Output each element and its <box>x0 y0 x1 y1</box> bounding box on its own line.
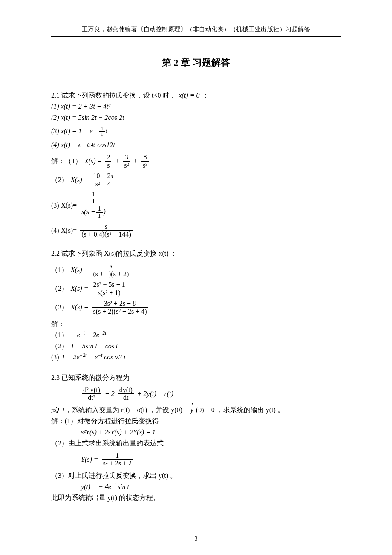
p21-item4a: (4) x(t) = e <box>51 140 81 150</box>
p23-sol1-eq: s²Y(s) + 2sY(s) + 2Y(s) = 1 <box>81 427 156 437</box>
p22-i1-den: (s + 1)(s + 2) <box>92 270 130 278</box>
p21-sol1-f2n: 3 <box>123 153 130 162</box>
p23-sol2-label: （2）由上式求出系统输出量的表达式 <box>51 438 164 448</box>
p22-a1-label: （1） <box>51 330 68 340</box>
p22-i1-num: s <box>92 262 130 270</box>
p21-item4b: cos12t <box>97 140 115 150</box>
p22-a2-label: （2） <box>51 341 68 351</box>
p22-i3-den: s(s + 2)(s² + 2s + 4) <box>92 308 148 315</box>
p21-sol3-den: s(s +1T) <box>80 205 107 220</box>
p23-line2c: (0) = 0 ，求系统的输出 y(t) 。 <box>196 405 284 415</box>
p23-sol2-lhs: Y(s) = <box>81 454 98 465</box>
running-header: 王万良，赵燕伟编著《自动控制原理》（非自动化类）（机械工业出版社）习题解答 <box>51 26 341 35</box>
p23-ode: d² y(t)dt² + 2 dy(t)dt + 2y(t) = r(t) <box>51 386 341 402</box>
p21-item1: (1) x(t) = 2 + 3t + 4t² <box>51 101 110 112</box>
p21-sol-label: 解：（1） <box>51 156 82 166</box>
p22-a3: 1 − 2e−2t − e−t cos √3 t <box>62 352 126 362</box>
p21-sol1-f3d: s³ <box>141 162 149 169</box>
p21-sol4-num: s <box>80 223 133 231</box>
p22-i2-lhs: X(s) = <box>71 283 88 294</box>
problem-2-3: 2.3 已知系统的微分方程为 d² y(t)dt² + 2 dy(t)dt + … <box>51 373 341 503</box>
p21-sol1-lhs: X(s) = <box>84 156 102 166</box>
p21-cond: x(t) = 0 <box>179 90 199 101</box>
p22-lead: 2.2 试求下列象函 X(s)的拉氏反变换 x(t) ： <box>51 249 177 259</box>
p23-sol2-den: s² + 2s + 2 <box>102 460 133 467</box>
p22-a2: 1 − 5sin t + cos t <box>71 341 118 351</box>
p22-sol-label: 解： <box>51 319 65 329</box>
p21-sol3-num: 1T <box>80 191 107 205</box>
chapter-title: 第 2 章 习题解答 <box>51 56 341 69</box>
page: 王万良，赵燕伟编著《自动控制原理》（非自动化类）（机械工业出版社）习题解答 第 … <box>0 0 392 555</box>
p23-sol1-label: 解：(1）对微分方程进行拉氏变换得 <box>51 416 159 426</box>
header-rule <box>51 35 341 37</box>
p23-sol3-eq: y(t) = − 4e−t sin t <box>81 482 129 492</box>
p22-i2-num: 2s² − 5s + 1 <box>92 281 126 289</box>
problem-2-1: 2.1 试求下列函数的拉氏变换，设 t<0 时， x(t) = 0 ： (1) … <box>51 90 341 238</box>
p21-item3-exp: −1Tt <box>95 126 107 136</box>
p23-sol2-num: 1 <box>102 452 133 460</box>
p22-i1-label: （1） <box>51 265 68 275</box>
p23-sol3-label: （3）对上氏进行拉氏反变换，求出 y(t) 。 <box>51 471 177 481</box>
p22-i3-num: 3s² + 2s + 8 <box>92 300 148 308</box>
p22-i3-label: （3） <box>51 302 68 312</box>
p21-sol1-f3n: 8 <box>141 153 149 162</box>
problem-2-2: 2.2 试求下列象函 X(s)的拉氏反变换 x(t) ： （1） X(s) = … <box>51 249 341 362</box>
p21-sol1-f1n: 2 <box>105 153 111 162</box>
p21-sol1-f2d: s² <box>123 162 130 169</box>
p22-i2-label: （2） <box>51 283 68 294</box>
p21-sol4-den: (s + 0.4)(s² + 144) <box>80 231 133 238</box>
p21-item2: (2) x(t) = 5sin 2t − 2cos 2t <box>51 113 124 123</box>
page-number: 3 <box>0 535 392 542</box>
p23-lead: 2.3 已知系统的微分方程为 <box>51 373 130 383</box>
p21-sol2-num: 10 − 2s <box>92 172 114 180</box>
p21-lead: 2.1 试求下列函数的拉氏变换，设 t<0 时， <box>51 90 176 101</box>
p22-i2-den: s(s² + 1) <box>92 289 126 297</box>
p21-sol3-label: (3) X(s)= <box>51 200 77 211</box>
p21-lead-tail: ： <box>202 90 209 101</box>
p21-item3a: (3) x(t) = 1 − e <box>51 126 93 136</box>
p23-ydot: y <box>190 405 193 415</box>
p21-sol2-lhs: X(s) = <box>71 175 88 185</box>
p22-a1: − e−t + 2e−2t <box>71 330 107 340</box>
p23-line2a: 式中，系统输入变量为 r(t) = σ(t) ，并设 y(0) = <box>51 405 188 415</box>
p22-i3-lhs: X(s) = <box>71 302 88 312</box>
p21-sol2-den: s² + 4 <box>92 180 114 188</box>
p23-last: 此即为系统输出量 y(t) 的状态方程。 <box>51 493 160 503</box>
p21-sol4-label: (4) X(s)= <box>51 225 77 236</box>
p22-i1-lhs: X(s) = <box>71 265 88 275</box>
p22-a3-label: (3) <box>51 352 59 362</box>
p21-sol1-f1d: s <box>105 162 111 169</box>
p21-sol2-label: （2） <box>51 175 68 185</box>
